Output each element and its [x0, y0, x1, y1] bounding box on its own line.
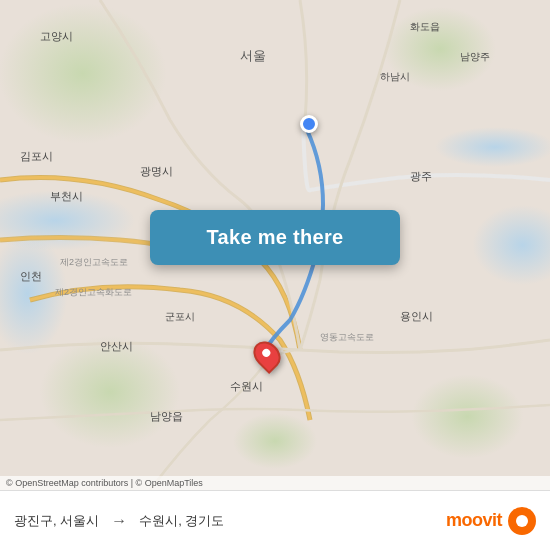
route-destination: 수원시, 경기도: [139, 512, 224, 530]
svg-text:인천: 인천: [20, 270, 42, 282]
route-arrow: →: [111, 512, 127, 530]
svg-text:화도읍: 화도읍: [410, 21, 440, 32]
svg-text:제2경인고속화도로: 제2경인고속화도로: [55, 287, 132, 297]
svg-text:영동고속도로: 영동고속도로: [320, 332, 374, 342]
svg-text:고양시: 고양시: [40, 30, 73, 42]
moovit-icon-inner: [516, 515, 528, 527]
route-info: 광진구, 서울시 → 수원시, 경기도: [14, 512, 446, 530]
svg-text:남양주: 남양주: [460, 51, 490, 62]
svg-text:부천시: 부천시: [50, 190, 83, 202]
take-me-there-button[interactable]: Take me there: [150, 210, 400, 265]
map-container: 고양시 김포시 부천시 인천 안산시 남양읍 군포시 수원시 광명시 서울 용인…: [0, 0, 550, 490]
svg-text:안산시: 안산시: [100, 340, 133, 352]
svg-text:광명시: 광명시: [140, 165, 173, 177]
moovit-logo-icon: [508, 507, 536, 535]
svg-text:제2경인고속도로: 제2경인고속도로: [60, 257, 128, 267]
cta-button-label: Take me there: [207, 226, 344, 249]
svg-text:군포시: 군포시: [165, 311, 195, 322]
origin-marker: [300, 115, 318, 133]
svg-text:남양읍: 남양읍: [150, 410, 183, 422]
bottom-bar: 광진구, 서울시 → 수원시, 경기도 moovit: [0, 490, 550, 550]
svg-text:하남시: 하남시: [380, 71, 410, 82]
destination-marker: [255, 340, 279, 370]
map-attribution: © OpenStreetMap contributors | © OpenMap…: [0, 476, 550, 490]
svg-text:서울: 서울: [240, 48, 266, 63]
svg-text:용인시: 용인시: [400, 310, 433, 322]
route-origin: 광진구, 서울시: [14, 512, 99, 530]
svg-text:수원시: 수원시: [230, 380, 263, 392]
svg-text:김포시: 김포시: [20, 150, 53, 162]
svg-text:광주: 광주: [410, 170, 432, 182]
moovit-logo-text: moovit: [446, 510, 502, 531]
moovit-branding: moovit: [446, 507, 536, 535]
